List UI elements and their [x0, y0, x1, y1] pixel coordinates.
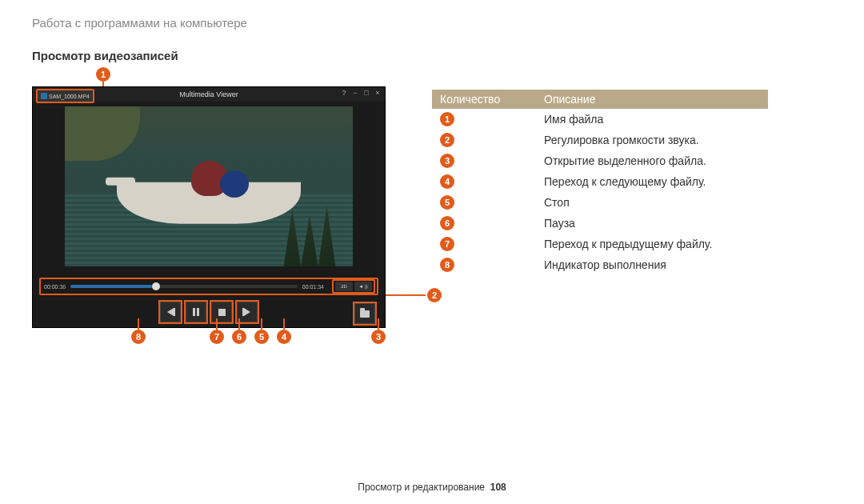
callout-2: 2	[427, 288, 442, 302]
progress-thumb[interactable]	[152, 282, 160, 290]
next-icon	[244, 308, 250, 316]
progress-bar-group: 00:00:36 00:01:34 2D ◄ ))	[39, 278, 378, 295]
description-panel: Количество Описание 1Имя файла 2Регулиро…	[432, 90, 768, 275]
app-title: Multimedia Viewer	[179, 90, 238, 98]
row-desc: Имя файла	[536, 109, 768, 130]
table-row: 5Стоп	[432, 192, 768, 213]
time-elapsed: 00:00:36	[42, 284, 67, 290]
file-name-text: SAM_1000.MP4	[49, 94, 90, 99]
callout-line	[386, 294, 426, 296]
file-name-chip: SAM_1000.MP4	[36, 89, 94, 103]
table-row: 8Индикатор выполнения	[432, 254, 768, 275]
row-desc: Пауза	[536, 213, 768, 234]
stop-icon	[218, 309, 226, 316]
table-row: 2Регулировка громкости звука.	[432, 130, 768, 150]
callout-8: 8	[131, 330, 146, 344]
table-row: 6Пауза	[432, 213, 768, 234]
row-badge: 8	[440, 258, 454, 272]
section-title: Просмотр видеозаписей	[32, 49, 832, 62]
footer-section: Просмотр и редактирование	[358, 482, 485, 493]
callout-5: 5	[254, 330, 269, 344]
stop-button[interactable]	[211, 302, 232, 322]
window-controls: ? − □ ×	[340, 89, 382, 97]
row-desc: Открытие выделенного файла.	[536, 150, 768, 171]
table-row: 7Переход к предыдущему файлу.	[432, 234, 768, 254]
table-row: 3Открытие выделенного файла.	[432, 150, 768, 171]
volume-icon[interactable]: ◄ ))	[354, 282, 372, 291]
row-desc: Регулировка громкости звука.	[536, 130, 768, 150]
callout-6: 6	[232, 330, 246, 344]
open-file-button[interactable]	[354, 303, 375, 324]
row-desc: Переход к следующему файлу.	[536, 171, 768, 192]
page-number: 108	[490, 482, 506, 493]
close-icon[interactable]: ×	[374, 89, 382, 97]
callout-7: 7	[210, 330, 224, 344]
pause-icon	[193, 308, 199, 316]
row-badge: 7	[440, 237, 454, 251]
row-badge: 6	[440, 216, 454, 230]
callout-1: 1	[96, 67, 110, 82]
row-badge: 4	[440, 174, 454, 189]
prev-icon	[167, 308, 174, 316]
volume-group: 2D ◄ ))	[332, 279, 375, 294]
view-mode-toggle[interactable]: 2D	[335, 282, 353, 291]
progress-bar[interactable]	[70, 285, 298, 288]
player-figure: 1 SAM_1000.MP4 Multimedia Viewer ? − □ ×	[32, 69, 400, 328]
time-total: 00:01:34	[301, 284, 326, 290]
table-row: 1Имя файла	[432, 109, 768, 130]
callout-3: 3	[371, 330, 386, 344]
row-badge: 1	[440, 112, 454, 126]
help-icon[interactable]: ?	[340, 89, 348, 97]
description-table: Количество Описание 1Имя файла 2Регулиро…	[432, 90, 768, 275]
table-header-desc: Описание	[536, 90, 768, 109]
callout-4: 4	[277, 330, 291, 344]
prev-button[interactable]	[160, 302, 181, 322]
pause-button[interactable]	[186, 302, 206, 322]
table-row: 4Переход к следующему файлу.	[432, 171, 768, 192]
file-icon	[41, 93, 47, 99]
bottom-callouts: 8 7 6 5 4 3	[32, 331, 400, 347]
table-header-qty: Количество	[432, 90, 536, 109]
transport-controls	[33, 300, 385, 324]
row-desc: Индикатор выполнения	[536, 254, 768, 275]
player-titlebar: SAM_1000.MP4 Multimedia Viewer ? − □ ×	[33, 87, 385, 102]
video-frame	[65, 106, 353, 266]
breadcrumb: Работа с программами на компьютере	[32, 16, 832, 30]
row-desc: Переход к предыдущему файлу.	[536, 234, 768, 254]
row-badge: 3	[440, 154, 454, 168]
row-badge: 5	[440, 195, 454, 210]
page-footer: Просмотр и редактирование 108	[0, 482, 864, 493]
video-player-window: SAM_1000.MP4 Multimedia Viewer ? − □ ×	[32, 86, 386, 328]
row-desc: Стоп	[536, 192, 768, 213]
row-badge: 2	[440, 133, 454, 147]
folder-icon	[360, 310, 370, 318]
minimize-icon[interactable]: −	[351, 89, 359, 97]
maximize-icon[interactable]: □	[362, 89, 370, 97]
